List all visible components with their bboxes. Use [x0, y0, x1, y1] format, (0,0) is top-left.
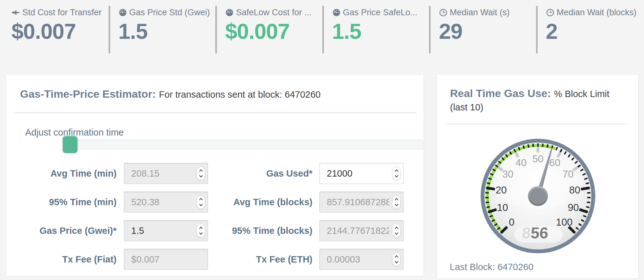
field-label-tx-fee-eth: Tx Fee (ETH) [210, 249, 312, 270]
real-time-gas-use-panel: Real Time Gas Use: % Block Limit (last 1… [437, 74, 639, 279]
stat-label: Gas Price Std (Gwei) [129, 8, 210, 18]
number-spinner [197, 166, 205, 180]
svg-text:100: 100 [556, 217, 572, 228]
svg-text:80: 80 [569, 185, 580, 196]
stat-std-cost-for-transfer: Std Cost for Transfer $0.007 [1, 6, 109, 53]
svg-text:60: 60 [549, 157, 561, 168]
svg-text:50: 50 [533, 153, 544, 164]
svg-text:0: 0 [509, 217, 514, 228]
gas-time-price-estimator-panel: Gas-Time-Price Estimator: For transactio… [6, 74, 424, 276]
stat-value: $0.007 [11, 19, 109, 43]
tachometer-icon [225, 8, 234, 17]
95-time-min-input [124, 192, 208, 213]
divider [14, 112, 416, 113]
95-time-blocks-input [319, 220, 404, 241]
panel-title: Gas-Time-Price Estimator: [20, 88, 156, 100]
clock-icon [439, 8, 447, 17]
avg-time-blocks-input [319, 192, 404, 213]
svg-text:70: 70 [562, 169, 574, 180]
panel-title: Real Time Gas Use: [450, 87, 551, 99]
last-block-label: Last Block: 6470260 [450, 262, 533, 272]
field-label-gas-used: Gas Used* [210, 163, 312, 184]
slider-label: Adjust confirmation time [25, 127, 424, 138]
gauge-digital-value: 56 [530, 224, 549, 242]
confirmation-time-slider-handle[interactable] [63, 136, 77, 153]
stat-value: 1.5 [332, 19, 429, 43]
gas-used-field[interactable] [319, 163, 404, 184]
number-spinner [392, 252, 401, 266]
number-spinner [197, 195, 205, 209]
gas-used-input[interactable] [319, 163, 404, 184]
svg-text:90: 90 [568, 202, 579, 213]
gas-price-gwei-input[interactable] [124, 220, 208, 241]
95-time-blocks-field [319, 220, 404, 241]
avg-time-min-field [124, 163, 208, 184]
gauge-header: Real Time Gas Use: % Block Limit (last 1… [450, 87, 627, 114]
stat-gas-price-safelow: Gas Price SafeLo... 1.5 [322, 6, 429, 53]
panel-subtitle: % Block Limit [554, 89, 609, 99]
tachometer-icon [118, 8, 127, 17]
field-label-gas-price-gwei: Gas Price (Gwei)* [19, 220, 117, 241]
stat-value: 1.5 [118, 19, 216, 43]
clock-icon [546, 8, 555, 17]
stat-value: 29 [439, 19, 536, 43]
svg-text:20: 20 [496, 185, 507, 196]
field-label-tx-fee-fiat: Tx Fee (Fiat) [19, 249, 117, 270]
stat-label: Gas Price SafeLo... [343, 8, 418, 18]
field-label-95-time-min: 95% Time (min) [19, 192, 117, 213]
stat-safelow-cost: SafeLow Cost for ... $0.007 [215, 6, 322, 53]
stat-gas-price-std: Gas Price Std (Gwei) 1.5 [109, 6, 216, 53]
number-spinner [392, 224, 401, 238]
tx-fee-fiat-input [124, 249, 208, 270]
stats-bar: Std Cost for Transfer $0.007 Gas Price S… [1, 6, 643, 53]
tx-fee-eth-field [319, 249, 404, 270]
gauge-digital-ghost: 8 [521, 224, 531, 242]
svg-text:30: 30 [502, 169, 513, 180]
svg-text:40: 40 [516, 157, 527, 168]
number-spinner[interactable] [392, 166, 401, 180]
stat-value: 2 [546, 19, 643, 43]
confirmation-time-slider-track[interactable] [63, 140, 423, 150]
divider [447, 123, 628, 124]
stat-label: Std Cost for Transfer [22, 8, 102, 18]
gas-price-gwei-field[interactable] [124, 220, 208, 241]
tx-fee-eth-input [319, 249, 404, 270]
estimator-header: Gas-Time-Price Estimator: For transactio… [20, 87, 414, 101]
avg-time-min-input [124, 163, 208, 184]
stat-label: SafeLow Cost for ... [236, 8, 311, 18]
fighter-jet-icon [11, 8, 20, 17]
field-label-avg-time-blocks: Avg Time (blocks) [210, 192, 312, 213]
95-time-min-field [124, 192, 208, 213]
gauge-hub-inner [530, 188, 546, 204]
gas-use-gauge: 0102030405060708090100 8 56 [477, 136, 598, 256]
panel-subtitle: For transactions sent at block: 6470260 [159, 89, 321, 100]
stat-label: Median Wait (blocks) [557, 8, 637, 18]
stat-label: Median Wait (s) [450, 8, 510, 18]
stat-median-wait-s: Median Wait (s) 29 [429, 6, 536, 53]
number-spinner[interactable] [197, 224, 205, 238]
panel-subtitle-line2: (last 10) [450, 101, 627, 114]
stat-median-wait-blocks: Median Wait (blocks) 2 [536, 6, 643, 53]
tachometer-icon [332, 8, 341, 17]
field-label-95-time-blocks: 95% Time (blocks) [210, 220, 312, 241]
tx-fee-fiat-field [124, 249, 208, 270]
svg-text:10: 10 [497, 202, 508, 213]
avg-time-blocks-field [319, 192, 404, 213]
number-spinner [392, 195, 401, 209]
stat-value: $0.007 [225, 19, 322, 43]
field-label-avg-time-min: Avg Time (min) [19, 163, 117, 184]
